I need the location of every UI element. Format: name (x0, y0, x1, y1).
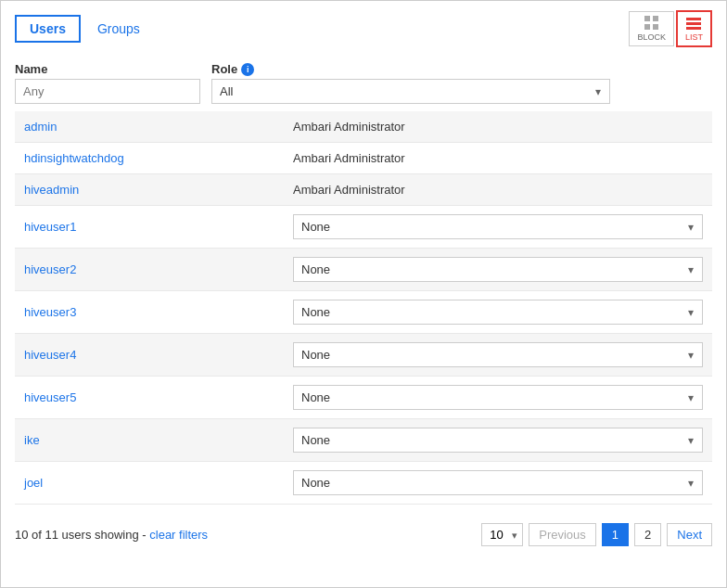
table-row: hiveuser2NoneAmbari Administrator (15, 249, 712, 291)
table-row: hiveadminAmbari Administrator (15, 174, 712, 206)
user-link[interactable]: hdinsightwatchdog (24, 151, 124, 165)
user-link[interactable]: admin (24, 120, 57, 134)
tab-groups[interactable]: Groups (90, 17, 147, 41)
name-filter-label: Name (15, 62, 200, 76)
user-link[interactable]: hiveuser2 (24, 262, 76, 276)
pagination-bar: 10 of 11 users showing - clear filters 5… (15, 516, 712, 550)
role-text: Ambari Administrator (284, 143, 712, 174)
role-filter-select[interactable]: All Ambari Administrator None (211, 79, 610, 104)
role-select[interactable]: NoneAmbari Administrator (293, 385, 703, 410)
page-2-button[interactable]: 2 (634, 523, 661, 546)
list-label: LIST (685, 32, 703, 42)
table-row: hdinsightwatchdogAmbari Administrator (15, 143, 712, 174)
role-select[interactable]: NoneAmbari Administrator (293, 342, 703, 367)
user-table: adminAmbari Administratorhdinsightwatchd… (15, 111, 712, 505)
previous-button[interactable]: Previous (529, 523, 596, 546)
user-link[interactable]: hiveuser4 (24, 348, 76, 362)
view-toggle: BLOCK LIST (629, 10, 712, 47)
user-link[interactable]: hiveuser3 (24, 305, 76, 319)
table-row: hiveuser3NoneAmbari Administrator (15, 291, 712, 334)
tab-users[interactable]: Users (15, 15, 81, 43)
next-button[interactable]: Next (667, 523, 712, 546)
role-select-wrapper: NoneAmbari Administrator (293, 470, 703, 495)
role-select-wrapper: NoneAmbari Administrator (293, 300, 703, 325)
table-row: hiveuser4NoneAmbari Administrator (15, 334, 712, 377)
block-icon (644, 16, 659, 31)
role-select[interactable]: NoneAmbari Administrator (293, 428, 703, 453)
role-filter-group: Role i All Ambari Administrator None (211, 62, 610, 104)
pagination-controls: 5 10 25 50 Previous 1 2 Next (481, 523, 712, 546)
table-row: adminAmbari Administrator (15, 111, 712, 143)
tab-group: Users Groups (15, 15, 147, 43)
list-icon (686, 16, 701, 31)
role-select-wrapper: NoneAmbari Administrator (293, 214, 703, 239)
top-nav: Users Groups BLOCK LIST (15, 10, 712, 47)
role-text: Ambari Administrator (284, 111, 712, 143)
role-text: Ambari Administrator (284, 174, 712, 206)
role-select-wrapper: NoneAmbari Administrator (293, 257, 703, 282)
block-label: BLOCK (637, 32, 666, 42)
per-page-wrapper: 5 10 25 50 (481, 523, 523, 546)
table-row: hiveuser5NoneAmbari Administrator (15, 377, 712, 419)
table-row: hiveuser1NoneAmbari Administrator (15, 206, 712, 249)
name-filter-input[interactable] (15, 79, 200, 104)
role-select-wrapper: NoneAmbari Administrator (293, 342, 703, 367)
user-link[interactable]: hiveadmin (24, 183, 79, 197)
role-filter-wrapper: All Ambari Administrator None (211, 79, 610, 104)
user-link[interactable]: hiveuser1 (24, 220, 76, 234)
role-select-wrapper: NoneAmbari Administrator (293, 428, 703, 453)
list-view-button[interactable]: LIST (676, 10, 712, 47)
table-row: joelNoneAmbari Administrator (15, 462, 712, 505)
user-link[interactable]: ike (24, 433, 40, 447)
name-filter-group: Name (15, 62, 200, 104)
page-1-button[interactable]: 1 (602, 523, 629, 546)
user-link[interactable]: joel (24, 476, 43, 490)
role-select[interactable]: NoneAmbari Administrator (293, 257, 703, 282)
role-info-icon[interactable]: i (241, 63, 254, 76)
filters-row: Name Role i All Ambari Administrator Non… (15, 62, 712, 104)
role-select-wrapper: NoneAmbari Administrator (293, 385, 703, 410)
role-select[interactable]: NoneAmbari Administrator (293, 470, 703, 495)
role-select[interactable]: NoneAmbari Administrator (293, 300, 703, 325)
block-view-button[interactable]: BLOCK (629, 11, 674, 46)
role-filter-label: Role i (211, 62, 610, 76)
showing-text: 10 of 11 users showing - clear filters (15, 528, 208, 542)
clear-filters-link[interactable]: clear filters (149, 528, 208, 542)
role-select[interactable]: NoneAmbari Administrator (293, 214, 703, 239)
per-page-select[interactable]: 5 10 25 50 (481, 523, 523, 546)
user-link[interactable]: hiveuser5 (24, 390, 76, 404)
table-row: ikeNoneAmbari Administrator (15, 419, 712, 462)
